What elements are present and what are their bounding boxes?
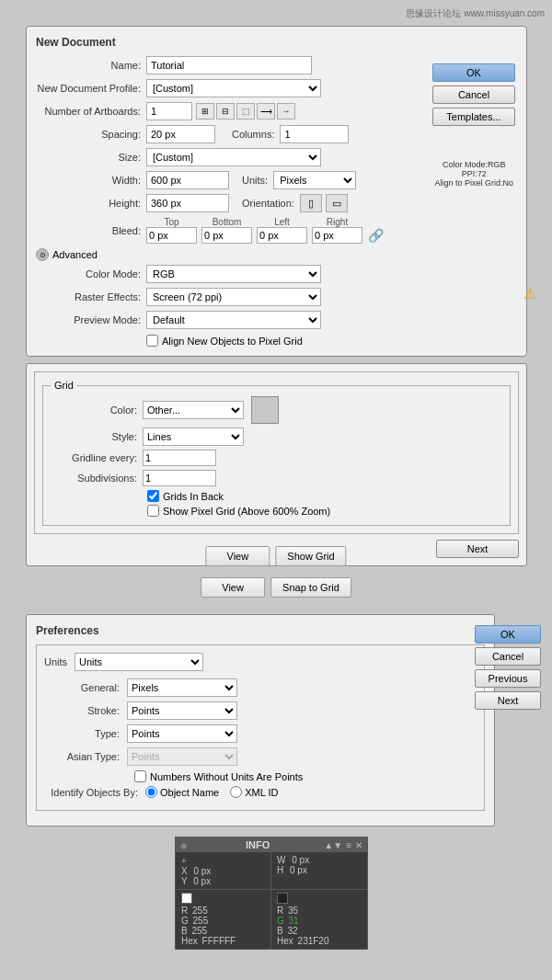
type-select[interactable]: Points [127, 724, 237, 743]
align-checkbox[interactable] [146, 335, 158, 347]
height-input[interactable] [146, 194, 229, 212]
advanced-toggle-icon: ⊙ [36, 248, 49, 261]
info-collapse-icon: ◆ [180, 840, 188, 850]
grid-style-select[interactable]: Lines [143, 427, 244, 446]
bleed-label: Bleed: [36, 225, 146, 236]
artboard-arrange-btn[interactable]: → [277, 103, 295, 120]
asian-type-select[interactable]: Points [127, 747, 237, 766]
show-pixel-label: Show Pixel Grid (Above 600% Zoom) [163, 506, 330, 517]
templates-button[interactable]: Templates... [432, 108, 515, 126]
grids-in-back-row: Grids In Back [147, 490, 502, 502]
portrait-btn[interactable]: ▯ [300, 194, 322, 212]
color-mode-select[interactable]: RGB [146, 265, 321, 283]
gridline-input[interactable] [143, 450, 216, 466]
artboard-grid-btn3[interactable]: ⬚ [236, 103, 255, 120]
g2-row: G 31 [277, 916, 362, 926]
width-input[interactable] [146, 171, 229, 189]
ok-button[interactable]: OK [432, 63, 515, 82]
pref-next-button[interactable]: Next [475, 691, 541, 710]
hex2-label: Hex [277, 936, 293, 946]
x-label: X [181, 866, 188, 876]
r1-row: R 255 [181, 906, 265, 916]
subdiv-input[interactable] [143, 470, 216, 486]
spacing-columns-row: Spacing: Columns: [36, 125, 517, 143]
pref-ok-button[interactable]: OK [475, 625, 541, 644]
w-value: 0 px [292, 855, 309, 865]
cancel-button[interactable]: Cancel [432, 85, 515, 104]
view-show-grid-row: View Show Grid [205, 546, 346, 566]
b1-value: 255 [191, 926, 207, 936]
name-input[interactable] [146, 56, 312, 74]
view-button-1[interactable]: View [205, 546, 270, 566]
info-menu-btn[interactable]: ≡ [346, 840, 351, 850]
xml-id-label: XML ID [245, 787, 278, 798]
r2-label: R [277, 906, 283, 916]
r1-value: 255 [192, 906, 208, 916]
xml-id-radio[interactable] [230, 786, 242, 798]
stroke-select[interactable]: Points [127, 701, 237, 720]
raster-select[interactable]: Screen (72 ppi) [146, 288, 321, 306]
columns-input[interactable] [280, 125, 349, 143]
view-snap-grid-row: View Snap to Grid [201, 577, 351, 598]
raster-row: Raster Effects: Screen (72 ppi) [36, 288, 517, 306]
show-grid-button[interactable]: Show Grid [275, 546, 346, 566]
size-select[interactable]: [Custom] [146, 148, 321, 166]
height-label: Height: [36, 198, 146, 209]
landscape-btn[interactable]: ▭ [326, 194, 348, 212]
subdiv-label: Subdivisions: [51, 473, 143, 484]
bleed-bottom-input[interactable] [201, 227, 252, 244]
pref-buttons: OK Cancel Previous Next [475, 625, 541, 710]
hex1-value: FFFFFF [202, 936, 236, 946]
new-doc-buttons: OK Cancel Templates... [432, 63, 515, 126]
numbers-checkbox[interactable] [134, 770, 146, 782]
advanced-header[interactable]: ⊙ Advanced [36, 248, 517, 261]
identify-row: Identify Objects By: Object Name XML ID [44, 786, 477, 798]
x-value: 0 px [193, 866, 211, 876]
bleed-bottom-label: Bottom [213, 217, 242, 227]
artboard-grid-btn1[interactable]: ⊞ [196, 103, 214, 120]
general-select[interactable]: Pixels [127, 678, 237, 697]
grid-legend: Grid [51, 380, 77, 391]
preferences-dialog: Preferences Units Units General: Pixels … [26, 614, 495, 826]
bleed-right-input[interactable] [312, 227, 362, 244]
preview-row: Preview Mode: Default [36, 311, 517, 329]
profile-select[interactable]: [Custom] [146, 79, 321, 97]
hex1-label: Hex [181, 936, 198, 946]
object-name-radio[interactable] [145, 786, 157, 798]
artboards-input[interactable] [146, 102, 192, 120]
pref-previous-button[interactable]: Previous [475, 669, 541, 688]
info-close-btn[interactable]: ✕ [355, 840, 362, 850]
artboard-grid-btn2[interactable]: ⊟ [216, 103, 235, 120]
advanced-label: Advanced [52, 249, 98, 260]
grid-color-preview [251, 396, 279, 424]
bleed-top-input[interactable] [146, 227, 197, 244]
grids-in-back-checkbox[interactable] [147, 490, 159, 502]
artboard-grid-btn4[interactable]: ⟶ [257, 103, 275, 120]
show-pixel-checkbox[interactable] [147, 505, 159, 517]
object-name-label: Object Name [160, 787, 219, 798]
gridline-label: Gridline every: [51, 452, 143, 463]
bleed-left-input[interactable] [257, 227, 307, 244]
spacing-input[interactable] [146, 125, 215, 143]
pref-cancel-button[interactable]: Cancel [475, 647, 541, 666]
snap-to-grid-button[interactable]: Snap to Grid [270, 577, 351, 598]
units-select[interactable]: Pixels [273, 171, 356, 189]
grid-color-select[interactable]: Other... [143, 401, 244, 419]
grid-next-button[interactable]: Next [436, 540, 519, 558]
height-orientation-row: Height: Orientation: ▯ ▭ [36, 194, 517, 212]
info-color-right: R 35 G 31 B 32 Hex 231F20 [271, 890, 367, 949]
r1-label: R [181, 906, 188, 916]
grid-color-row: Color: Other... [51, 396, 502, 424]
align-checkbox-label: Align New Objects to Pixel Grid [162, 336, 303, 347]
units-dropdown[interactable]: Units [75, 653, 203, 671]
new-document-dialog: New Document Name: New Document Profile:… [26, 26, 527, 357]
info-xy-wh-row: + X 0 px Y 0 px W 0 px H 0 px [176, 852, 367, 890]
info-collapse-btn[interactable]: ▲▼ [324, 840, 342, 850]
spacing-label: Spacing: [36, 129, 146, 140]
info-x-row: X 0 px [181, 866, 265, 876]
preview-select[interactable]: Default [146, 311, 321, 329]
color-mode-row: Color Mode: RGB [36, 265, 517, 283]
bleed-link-btn[interactable]: 🔗 [368, 228, 384, 243]
general-row: General: Pixels [44, 678, 477, 697]
view-button-2[interactable]: View [201, 577, 265, 598]
